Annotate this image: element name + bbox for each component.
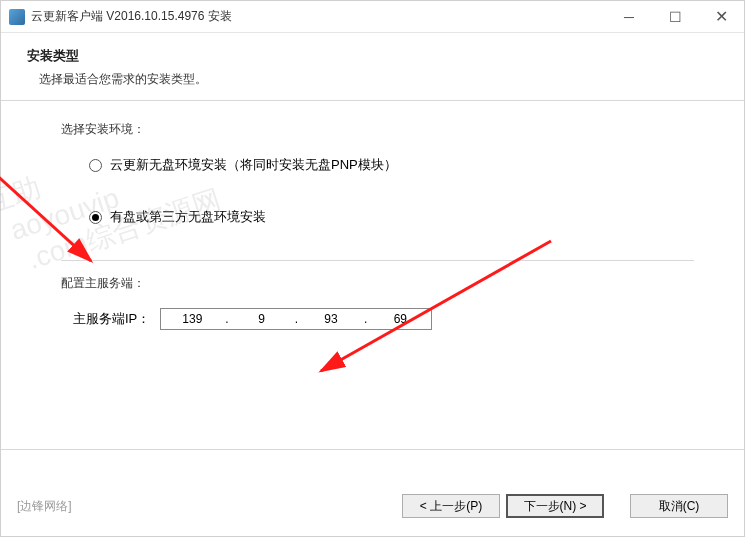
installer-window: 云更新客户端 V2016.10.15.4976 安装 ─ ☐ ✕ 安装类型 选择…	[0, 0, 745, 537]
divider	[61, 260, 694, 261]
server-section-label: 配置主服务端：	[61, 275, 694, 292]
env-section-label: 选择安装环境：	[61, 121, 694, 138]
radio-icon	[89, 211, 102, 224]
server-ip-input[interactable]: 139 . 9 . 93 . 69	[160, 308, 432, 330]
radio-label: 有盘或第三方无盘环境安装	[110, 208, 266, 226]
app-icon	[9, 9, 25, 25]
radio-label: 云更新无盘环境安装（将同时安装无盘PNP模块）	[110, 156, 397, 174]
ip-octet-3[interactable]: 93	[300, 312, 362, 326]
button-row: < 上一步(P) 下一步(N) > 取消(C)	[402, 494, 728, 518]
back-button[interactable]: < 上一步(P)	[402, 494, 500, 518]
server-ip-row: 主服务端IP： 139 . 9 . 93 . 69	[61, 308, 694, 330]
minimize-button[interactable]: ─	[606, 1, 652, 33]
page-subtitle: 选择最适合您需求的安装类型。	[27, 71, 718, 88]
ip-octet-4[interactable]: 69	[369, 312, 431, 326]
env-option-disk-or-thirdparty[interactable]: 有盘或第三方无盘环境安装	[89, 208, 694, 226]
content-area: 互助 aoyouvip .com综合资源网 选择安装环境： 云更新无盘环境安装（…	[1, 100, 744, 450]
titlebar: 云更新客户端 V2016.10.15.4976 安装 ─ ☐ ✕	[1, 1, 744, 33]
env-radio-group: 云更新无盘环境安装（将同时安装无盘PNP模块） 有盘或第三方无盘环境安装	[61, 156, 694, 226]
ip-octet-2[interactable]: 9	[231, 312, 293, 326]
close-button[interactable]: ✕	[698, 1, 744, 33]
maximize-button[interactable]: ☐	[652, 1, 698, 33]
server-ip-label: 主服务端IP：	[73, 310, 150, 328]
next-button[interactable]: 下一步(N) >	[506, 494, 604, 518]
vendor-label: [边锋网络]	[17, 498, 402, 515]
cancel-button[interactable]: 取消(C)	[630, 494, 728, 518]
ip-dot-icon: .	[362, 312, 369, 326]
window-title: 云更新客户端 V2016.10.15.4976 安装	[31, 8, 606, 25]
env-option-diskless[interactable]: 云更新无盘环境安装（将同时安装无盘PNP模块）	[89, 156, 694, 174]
window-controls: ─ ☐ ✕	[606, 1, 744, 33]
ip-octet-1[interactable]: 139	[161, 312, 223, 326]
ip-dot-icon: .	[223, 312, 230, 326]
radio-icon	[89, 159, 102, 172]
ip-dot-icon: .	[293, 312, 300, 326]
wizard-footer: [边锋网络] < 上一步(P) 下一步(N) > 取消(C)	[1, 476, 744, 536]
page-title: 安装类型	[27, 47, 718, 65]
wizard-header: 安装类型 选择最适合您需求的安装类型。	[1, 33, 744, 100]
